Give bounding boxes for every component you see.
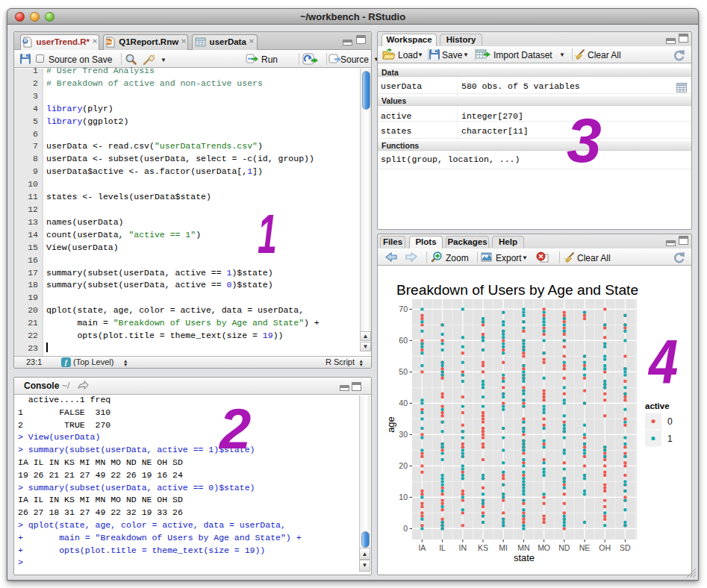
svg-text:MI: MI — [499, 543, 508, 552]
svg-text:Breakdown of Users by Age and: Breakdown of Users by Age and State — [396, 282, 638, 298]
svg-text:age: age — [385, 416, 396, 433]
svg-text:active: active — [645, 401, 670, 410]
svg-text:70: 70 — [399, 304, 408, 313]
svg-text:NE: NE — [579, 543, 591, 552]
svg-text:40: 40 — [399, 398, 408, 407]
svg-text:OH: OH — [599, 543, 611, 552]
svg-text:10: 10 — [399, 492, 408, 501]
svg-text:ND: ND — [558, 543, 570, 552]
svg-text:Rw: Rw — [106, 40, 112, 44]
svg-text:KS: KS — [478, 543, 488, 552]
svg-text:0: 0 — [403, 524, 408, 533]
svg-text:50: 50 — [399, 367, 408, 376]
svg-text:IN: IN — [459, 543, 467, 552]
svg-text:60: 60 — [399, 336, 408, 345]
svg-text:IA: IA — [418, 543, 426, 552]
svg-text:20: 20 — [399, 461, 408, 470]
svg-text:IL: IL — [439, 543, 446, 552]
svg-text:state: state — [514, 552, 535, 563]
svg-text:1: 1 — [667, 434, 673, 444]
svg-text:0: 0 — [667, 416, 673, 427]
svg-text:MN: MN — [517, 543, 529, 552]
svg-text:R: R — [24, 38, 28, 43]
svg-text:SD: SD — [620, 543, 631, 552]
svg-text:30: 30 — [399, 430, 408, 439]
svg-text:MO: MO — [538, 543, 550, 552]
